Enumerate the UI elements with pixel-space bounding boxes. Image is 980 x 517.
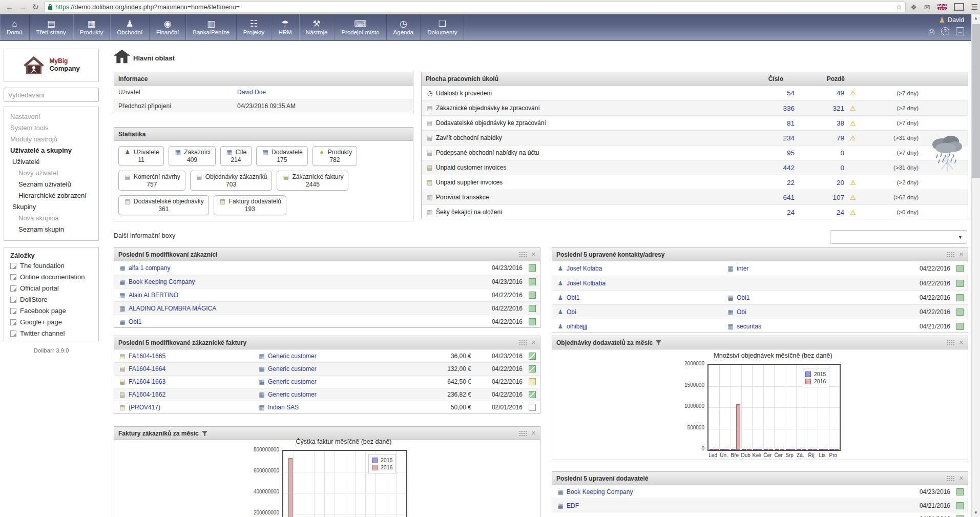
drag-grip-icon[interactable] bbox=[947, 340, 954, 345]
task-count-link[interactable]: 54 bbox=[733, 89, 795, 97]
tab-hrm[interactable]: HRM bbox=[272, 14, 299, 40]
tab-banka-penize[interactable]: Banka/Peníze bbox=[186, 14, 237, 40]
cast-icon[interactable] bbox=[954, 3, 964, 11]
stat-button-komer-n-n-vrhy[interactable]: Komerční návrhy757 bbox=[118, 171, 185, 191]
customer-link[interactable]: Generic customer bbox=[268, 391, 317, 398]
task-late-link[interactable]: 0 bbox=[840, 149, 844, 157]
customer-link[interactable]: Generic customer bbox=[268, 365, 317, 373]
tab-agenda[interactable]: Agenda bbox=[387, 14, 421, 40]
invoice-link[interactable]: FA1604-1662 bbox=[129, 391, 165, 398]
task-late-link[interactable]: 20 bbox=[837, 179, 844, 187]
company-link[interactable]: securitas bbox=[737, 323, 761, 330]
close-icon[interactable] bbox=[531, 251, 536, 258]
close-icon[interactable] bbox=[959, 475, 964, 482]
task-count-link[interactable]: 336 bbox=[733, 105, 795, 112]
drag-grip-icon[interactable] bbox=[519, 430, 527, 436]
task-count-link[interactable]: 641 bbox=[733, 194, 795, 201]
company-link[interactable]: inter bbox=[737, 265, 748, 272]
contact-link[interactable]: Obi1 bbox=[567, 294, 579, 301]
page-scrollbar[interactable] bbox=[971, 14, 980, 517]
bookmark-twitter-channel[interactable]: Twitter channel bbox=[4, 328, 98, 339]
stat-button-z-kazn-ci[interactable]: Zákazníci409 bbox=[169, 146, 215, 166]
invoice-link[interactable]: FA1604-1664 bbox=[129, 365, 165, 373]
tab-prodejni-misto[interactable]: Prodejní místo bbox=[335, 14, 386, 40]
company-link[interactable]: Obi bbox=[737, 308, 746, 316]
task-late-link[interactable]: 79 bbox=[837, 134, 844, 142]
task-late-link[interactable]: 24 bbox=[837, 209, 844, 216]
user-link[interactable]: David Doe bbox=[237, 89, 266, 96]
tab-domu[interactable]: Domů bbox=[0, 14, 30, 40]
sidebar-item-seznam-skupin[interactable]: Seznam skupin bbox=[4, 224, 98, 235]
task-count-link[interactable]: 24 bbox=[733, 209, 795, 216]
stat-button-faktury-dodavatel-[interactable]: Faktury dodavatelů193 bbox=[214, 195, 286, 215]
url-bar[interactable]: https://demo.dolibarr.org/index.php?main… bbox=[44, 2, 906, 12]
task-count-link[interactable]: 81 bbox=[733, 119, 795, 127]
close-icon[interactable] bbox=[531, 339, 536, 346]
bookmark-online-documentation[interactable]: Online documentation bbox=[4, 272, 98, 283]
sidebar-item-hierarchicke-zobrazeni[interactable]: Hierarchické zobrazení bbox=[4, 190, 98, 201]
tab-produkty[interactable]: Produkty bbox=[73, 14, 110, 40]
reload-icon[interactable] bbox=[32, 3, 39, 11]
company-link[interactable]: Obi1 bbox=[737, 294, 749, 301]
task-count-link[interactable]: 234 bbox=[733, 134, 795, 142]
bookmark-dolistore[interactable]: DoliStore bbox=[4, 294, 98, 305]
customer-link[interactable]: Generic customer bbox=[268, 378, 317, 385]
customer-link[interactable]: Indian SAS bbox=[268, 404, 299, 411]
logout-icon[interactable] bbox=[956, 27, 964, 35]
back-icon[interactable] bbox=[6, 3, 13, 11]
scrollbar-thumb[interactable] bbox=[972, 24, 980, 178]
close-icon[interactable] bbox=[531, 430, 536, 437]
browser-menu-icon[interactable] bbox=[971, 3, 978, 12]
contact-link[interactable]: oihibajjj bbox=[567, 323, 587, 330]
tab-treti-strany[interactable]: Třetí strany bbox=[30, 14, 73, 40]
close-icon[interactable] bbox=[959, 251, 964, 258]
sidebar-item-uzivatele-a-skupiny[interactable]: Uživatelé a skupiny bbox=[4, 145, 98, 156]
sidebar-item-uzivatele[interactable]: Uživatelé bbox=[4, 156, 98, 168]
bookmark-official-portal[interactable]: Official portal bbox=[4, 283, 98, 294]
company-link[interactable]: EDF bbox=[567, 502, 920, 509]
stat-button-dodavatel-[interactable]: Dodavatelé175 bbox=[256, 146, 308, 166]
scroll-down-icon[interactable] bbox=[974, 510, 978, 515]
drag-grip-icon[interactable] bbox=[519, 252, 527, 257]
stat-button-u-ivatel-[interactable]: Uživatelé11 bbox=[118, 146, 164, 166]
stat-button-z-kaznick-faktury[interactable]: Zákaznické faktury2445 bbox=[277, 171, 348, 191]
company-link[interactable]: Obi1 bbox=[129, 318, 492, 325]
filter-icon[interactable] bbox=[202, 431, 207, 436]
sidebar-item-skupiny[interactable]: Skupiny bbox=[4, 201, 98, 213]
invoice-link[interactable]: FA1604-1663 bbox=[129, 378, 165, 385]
tab-obchodni[interactable]: Obchodní bbox=[110, 14, 150, 40]
stat-button-c-le[interactable]: Cíle214 bbox=[220, 146, 252, 166]
company-link[interactable]: Book Keeping Company bbox=[129, 278, 492, 285]
search-box[interactable] bbox=[4, 88, 99, 102]
forward-icon[interactable] bbox=[19, 3, 27, 11]
invoice-link[interactable]: FA1604-1665 bbox=[129, 353, 165, 360]
contact-link[interactable]: Josef Kolbaba bbox=[567, 280, 606, 287]
scroll-up-icon[interactable] bbox=[974, 16, 978, 20]
task-late-link[interactable]: 38 bbox=[837, 119, 844, 127]
logged-user[interactable]: David bbox=[939, 16, 964, 24]
stat-button-dodavatelsk-objedn-vky[interactable]: Dodavatelské objednávky361 bbox=[118, 195, 209, 215]
customer-link[interactable]: Generic customer bbox=[268, 353, 317, 360]
task-late-link[interactable]: 107 bbox=[832, 194, 844, 201]
print-icon[interactable] bbox=[929, 27, 934, 36]
task-count-link[interactable]: 22 bbox=[733, 179, 795, 187]
invoice-link[interactable]: (PROV417) bbox=[129, 404, 160, 411]
sidebar-item-seznam-uzivatelu[interactable]: Seznam uživatelů bbox=[4, 179, 98, 190]
task-count-link[interactable]: 442 bbox=[733, 164, 795, 172]
uk-flag-icon[interactable] bbox=[937, 4, 947, 10]
drag-grip-icon[interactable] bbox=[947, 475, 954, 481]
task-late-link[interactable]: 0 bbox=[840, 164, 844, 172]
company-link[interactable]: sss bbox=[567, 515, 920, 517]
company-link[interactable]: ALADINO ALFOMBRA MÁGICA bbox=[129, 305, 492, 312]
drag-grip-icon[interactable] bbox=[947, 252, 954, 257]
bookmark-facebook-page[interactable]: Facebook page bbox=[4, 305, 98, 317]
close-icon[interactable] bbox=[959, 339, 964, 346]
filter-icon[interactable] bbox=[656, 340, 661, 345]
tab-financni[interactable]: Finanční bbox=[150, 14, 186, 40]
task-late-link[interactable]: 321 bbox=[832, 105, 844, 112]
company-link[interactable]: Book Keeping Company bbox=[567, 488, 920, 495]
drag-grip-icon[interactable] bbox=[519, 340, 527, 345]
search-input[interactable] bbox=[4, 91, 99, 99]
bookmark-the-foundation[interactable]: The foundation bbox=[4, 260, 98, 272]
tab-nastroje[interactable]: Nástroje bbox=[299, 14, 335, 40]
